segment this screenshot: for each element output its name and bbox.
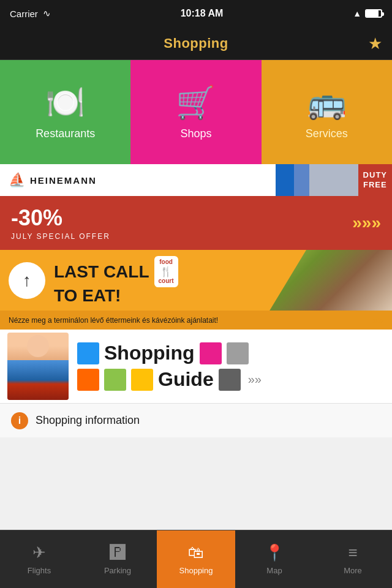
color-box-pink (200, 342, 222, 364)
guide-arrow-icon: »» (248, 372, 262, 386)
shops-icon: 🛒 (176, 84, 216, 121)
category-restaurants[interactable]: 🍽️ Restaurants (0, 60, 130, 164)
tab-shopping[interactable]: 🛍 Shopping (157, 530, 235, 588)
nav-bar: Shopping ★ (0, 27, 392, 60)
color-box-orange (77, 369, 99, 391)
battery-icon (365, 9, 382, 18)
tab-parking[interactable]: 🅿 Parking (78, 530, 157, 588)
category-services[interactable]: 🚌 Services (262, 60, 392, 164)
up-arrow-circle: ↑ (9, 262, 45, 299)
guide-person-image (7, 333, 69, 400)
guide-word1: Shopping (104, 342, 195, 364)
restaurants-label: Restaurants (36, 127, 95, 140)
banners-section: ⛵ HEINEMANN DUTY FREE -30% July Special … (0, 164, 392, 403)
heinemann-banner[interactable]: ⛵ HEINEMANN DUTY FREE -30% July Special … (0, 164, 392, 250)
map-label: Map (266, 566, 282, 575)
tab-map[interactable]: 📍 Map (235, 530, 314, 588)
shopping-info-label: Shopping information (36, 414, 140, 427)
tab-bar: ✈ Flights 🅿 Parking 🛍 Shopping 📍 Map ≡ M… (0, 530, 392, 588)
duty-free-badge: DUTY FREE (358, 164, 392, 196)
carrier-label: Carrier (10, 9, 38, 19)
food-image (270, 250, 392, 311)
page-title: Shopping (164, 36, 228, 51)
promo-subtitle: July Special Offer (11, 232, 110, 241)
location-icon: ▲ (353, 9, 361, 18)
flights-icon: ✈ (32, 543, 46, 562)
foodcourt-arrow-icon: »» (372, 315, 383, 326)
heinemann-promo: -30% July Special Offer »»» (0, 196, 392, 250)
foodcourt-subtitle-bar: Nézze meg a terminálon lévő éttermeink é… (0, 311, 392, 330)
more-label: More (344, 566, 362, 575)
promo-arrow-icon: »»» (352, 213, 381, 233)
color-box-gray (227, 342, 249, 364)
discount-amount: -30% (11, 205, 110, 231)
heinemann-sail-icon: ⛵ (9, 172, 25, 188)
heinemann-logo: ⛵ HEINEMANN (9, 172, 97, 188)
services-label: Services (306, 127, 348, 140)
guide-word2: Guide (158, 368, 214, 391)
flights-label: Flights (28, 566, 51, 575)
last-call-text: LAST CALL (54, 263, 149, 281)
parking-icon: 🅿 (110, 543, 126, 562)
food-court-badge: food 🍴 court (154, 256, 178, 287)
up-arrow-icon: ↑ (23, 271, 31, 290)
shopping-icon: 🛍 (188, 543, 204, 562)
foodcourt-subtitle: Nézze meg a terminálon lévő éttermeink é… (9, 316, 218, 325)
color-box-yellow (131, 369, 153, 391)
shopping-info-row[interactable]: i Shopping information (0, 403, 392, 437)
parking-label: Parking (104, 566, 131, 575)
services-icon: 🚌 (307, 84, 347, 121)
tab-more[interactable]: ≡ More (314, 530, 392, 588)
more-icon: ≡ (348, 543, 357, 562)
wifi-icon: ∿ (43, 8, 51, 19)
heinemann-color-bars: DUTY FREE (276, 164, 392, 196)
to-eat-text: TO EAT! (54, 287, 178, 304)
shopping-label: Shopping (179, 566, 213, 575)
color-box-blue (77, 342, 99, 364)
map-icon: 📍 (265, 543, 284, 562)
category-grid: 🍽️ Restaurants 🛒 Shops 🚌 Services (0, 60, 392, 164)
foodcourt-banner[interactable]: ↑ LAST CALL food 🍴 court TO EAT! Nézze m… (0, 250, 392, 330)
heinemann-name: HEINEMANN (30, 175, 97, 186)
status-bar: Carrier ∿ 10:18 AM ▲ (0, 0, 392, 27)
shopping-guide-banner[interactable]: Shopping Guide »» (0, 330, 392, 403)
time-display: 10:18 AM (181, 8, 224, 18)
color-box-lime (104, 369, 126, 391)
favorites-icon[interactable]: ★ (368, 34, 382, 53)
shops-label: Shops (180, 127, 211, 140)
category-shops[interactable]: 🛒 Shops (130, 60, 261, 164)
restaurants-icon: 🍽️ (45, 84, 85, 121)
info-icon: i (11, 412, 28, 429)
tab-flights[interactable]: ✈ Flights (0, 530, 78, 588)
color-box-dark-gray (219, 369, 241, 391)
guide-content: Shopping Guide »» (77, 342, 392, 391)
